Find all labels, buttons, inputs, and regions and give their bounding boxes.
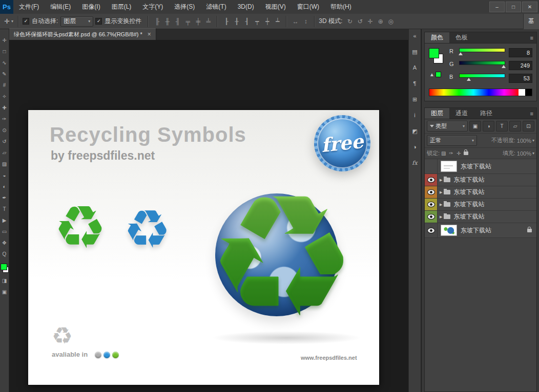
- layer-row[interactable]: ▶ 东坡下载站: [425, 199, 536, 211]
- document-canvas[interactable]: Recycling Symbols by freepsdfiles.net fr…: [28, 110, 379, 385]
- paragraph-panel-icon[interactable]: ¶: [410, 79, 420, 88]
- layer-thumbnail[interactable]: [441, 161, 457, 172]
- document-tab[interactable]: 绿色环保循环箭头psd素材.psd @ 66.7%(RGB/8#) * ×: [9, 28, 156, 40]
- workspace-switcher[interactable]: 基: [523, 14, 539, 29]
- visibility-toggle[interactable]: [425, 186, 438, 198]
- 3d-rotate-icon[interactable]: ↻: [345, 16, 355, 26]
- pen-tool[interactable]: ✒: [1, 194, 9, 201]
- menu-image[interactable]: 图像(I): [76, 0, 106, 14]
- history-brush-tool[interactable]: ↺: [1, 138, 9, 145]
- layer-row[interactable]: ▶ 东坡下载站: [425, 211, 536, 223]
- menu-layer[interactable]: 图层(L): [106, 0, 137, 14]
- menu-3d[interactable]: 3D(D): [232, 0, 260, 14]
- collapse-panels-icon[interactable]: «: [410, 32, 420, 40]
- screen-mode-icon[interactable]: ▣: [1, 288, 9, 295]
- layer-thumbnail[interactable]: [441, 225, 457, 236]
- layer-name[interactable]: 东坡下载站: [453, 212, 536, 221]
- tab-channels[interactable]: 通道: [449, 108, 474, 119]
- align-horizontal-centers-icon[interactable]: ╫: [162, 16, 172, 26]
- gamut-color-swatch[interactable]: [436, 72, 441, 77]
- distribute-vertical-spacing-icon[interactable]: ↕: [301, 16, 310, 26]
- maximize-button[interactable]: □: [506, 2, 521, 12]
- healing-brush-tool[interactable]: ✚: [1, 104, 9, 111]
- align-top-edges-icon[interactable]: ╤: [183, 16, 193, 26]
- app-logo-icon[interactable]: Ps: [0, 0, 13, 14]
- align-bottom-edges-icon[interactable]: ╧: [203, 16, 213, 26]
- effects-panel-icon[interactable]: fx: [410, 159, 420, 167]
- fill-field[interactable]: 100% ▾: [517, 150, 534, 157]
- blue-slider[interactable]: [459, 74, 505, 82]
- foreground-background-swatches[interactable]: [1, 264, 9, 273]
- info-panel-icon[interactable]: i: [410, 111, 420, 119]
- align-right-edges-icon[interactable]: ╢: [173, 16, 182, 26]
- lock-transparency-icon[interactable]: ▨: [441, 150, 446, 156]
- color-spectrum-ramp[interactable]: [429, 89, 532, 96]
- shape-tool[interactable]: ▭: [1, 228, 9, 235]
- path-selection-tool[interactable]: ▶: [1, 216, 9, 224]
- expand-arrow-icon[interactable]: ▶: [440, 203, 442, 207]
- expand-arrow-icon[interactable]: ▶: [440, 190, 442, 194]
- minimize-button[interactable]: –: [489, 2, 505, 12]
- visibility-toggle[interactable]: [425, 159, 438, 173]
- lasso-tool[interactable]: ∿: [1, 59, 9, 66]
- distribute-top-edges-icon[interactable]: ┯: [252, 16, 262, 26]
- menu-type[interactable]: 文字(Y): [137, 0, 169, 14]
- red-slider-track[interactable]: [459, 48, 505, 52]
- distribute-bottom-edges-icon[interactable]: ┷: [273, 16, 282, 26]
- layer-name[interactable]: 东坡下载站: [453, 176, 536, 184]
- panel-menu-icon[interactable]: ≡: [530, 35, 536, 41]
- tab-color[interactable]: 颜色: [425, 32, 449, 43]
- lock-all-icon[interactable]: [464, 151, 468, 155]
- layer-name[interactable]: 东坡下载站: [453, 188, 536, 197]
- filter-smart-objects-icon[interactable]: ⊡: [523, 121, 534, 132]
- expand-arrow-icon[interactable]: ▶: [440, 178, 442, 182]
- styles-panel-icon[interactable]: ◩: [410, 127, 420, 135]
- menu-select[interactable]: 选择(S): [169, 0, 200, 14]
- distribute-right-edges-icon[interactable]: ┨: [242, 16, 252, 26]
- crop-tool[interactable]: #: [1, 81, 9, 89]
- green-value-field[interactable]: 249: [509, 61, 532, 70]
- menu-edit[interactable]: 编辑(E): [45, 0, 76, 14]
- align-vertical-centers-icon[interactable]: ╪: [193, 16, 203, 26]
- distribute-horizontal-centers-icon[interactable]: ╂: [232, 16, 241, 26]
- expand-arrow-icon[interactable]: ▶: [440, 215, 442, 219]
- menu-filter[interactable]: 滤镜(T): [200, 0, 232, 14]
- lock-position-icon[interactable]: ✛: [457, 150, 461, 156]
- gamut-warning-icon[interactable]: ▲: [429, 72, 434, 77]
- align-left-edges-icon[interactable]: ╟: [152, 16, 162, 26]
- adjustments-panel-icon[interactable]: ◑: [410, 143, 420, 151]
- lock-pixels-icon[interactable]: ✑: [449, 150, 453, 156]
- blue-value-field[interactable]: 53: [509, 74, 532, 83]
- blur-tool[interactable]: ◒: [1, 171, 9, 179]
- tab-layers[interactable]: 图层: [425, 108, 449, 119]
- blend-mode-dropdown[interactable]: 正常 ▾: [427, 135, 477, 146]
- layer-row[interactable]: 东坡下载站: [425, 159, 536, 174]
- filter-shape-layers-icon[interactable]: ▱: [509, 121, 521, 132]
- layer-name[interactable]: 东坡下载站: [461, 226, 527, 235]
- move-tool[interactable]: ✛: [1, 36, 9, 43]
- distribute-vertical-centers-icon[interactable]: ┿: [262, 16, 272, 26]
- distribute-horizontal-spacing-icon[interactable]: ↔: [291, 16, 300, 26]
- eraser-tool[interactable]: ▱: [1, 149, 9, 156]
- visibility-toggle[interactable]: [425, 174, 438, 186]
- menu-help[interactable]: 帮助(H): [325, 0, 357, 14]
- hand-tool[interactable]: ✥: [1, 239, 9, 246]
- quick-selection-tool[interactable]: ✎: [1, 70, 9, 77]
- layer-row[interactable]: ▶ 东坡下载站: [425, 174, 536, 186]
- menu-view[interactable]: 视图(V): [260, 0, 292, 14]
- blue-slider-track[interactable]: [459, 74, 505, 78]
- foreground-color-swatch[interactable]: [1, 264, 7, 270]
- brush-tool[interactable]: ✑: [1, 115, 9, 122]
- quick-mask-mode-icon[interactable]: ◨: [1, 277, 9, 284]
- 3d-drag-icon[interactable]: ✛: [365, 16, 375, 26]
- tab-close-icon[interactable]: ×: [148, 31, 151, 38]
- clone-stamp-tool[interactable]: ⊙: [1, 126, 9, 134]
- 3d-slide-icon[interactable]: ⊕: [376, 16, 385, 26]
- layer-row[interactable]: 东坡下载站: [425, 223, 536, 238]
- panel-menu-icon[interactable]: ≡: [530, 111, 536, 117]
- filter-pixel-layers-icon[interactable]: ▣: [469, 121, 481, 132]
- filter-adjustment-layers-icon[interactable]: ◑: [483, 121, 494, 132]
- green-slider[interactable]: [459, 61, 505, 70]
- close-button[interactable]: ✕: [522, 2, 537, 12]
- red-slider-handle[interactable]: [459, 52, 463, 55]
